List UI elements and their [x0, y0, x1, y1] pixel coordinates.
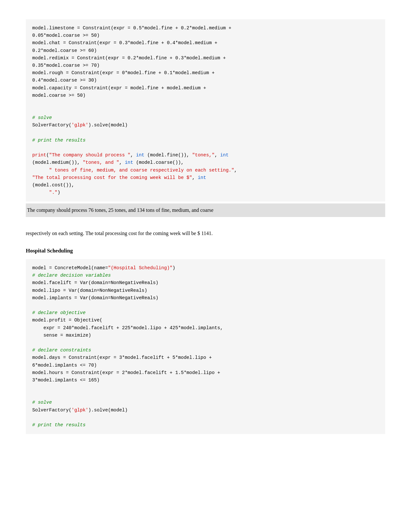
code-line-8: 0.4*model.coarse >= 30) [32, 77, 379, 84]
hosp-comment-vars: # declare decision variables [32, 272, 379, 279]
quarry-output-line2: respectively on each setting. The total … [26, 228, 385, 239]
code-comment-solve: # solve [32, 114, 379, 122]
code-line-10: model.coarse >= 50) [32, 92, 379, 99]
code-line-9: model.capacity = Constraint(expr = model… [32, 84, 379, 92]
code-blank-3 [32, 129, 379, 137]
hospital-code-block: model = ConcreteModel(name="(Hospital Sc… [26, 259, 385, 434]
code-print-1: print("The company should process ", int… [32, 152, 379, 159]
code-blank-1 [32, 99, 379, 107]
hosp-blank-3 [32, 384, 379, 391]
hosp-line-days2: 6*model.implants <= 70) [32, 362, 379, 369]
hosp-line-facelift: model.facelift = Var(domain=NonNegativeR… [32, 279, 379, 287]
code-line-2: 0.05*model.coarse >= 50) [32, 32, 379, 39]
quarry-code-block: model.limestone = Constraint(expr = 0.5*… [26, 19, 385, 202]
hosp-line-1: model = ConcreteModel(name="(Hospital Sc… [32, 264, 379, 272]
code-print-5: (model.cost()), [32, 182, 379, 189]
hosp-line-implants: model.implants = Var(domain=NonNegativeR… [32, 294, 379, 302]
code-blank-4 [32, 144, 379, 152]
code-line-1: model.limestone = Constraint(expr = 0.5*… [32, 25, 379, 32]
hosp-blank-2 [32, 339, 379, 347]
code-line-6: 0.35*model.coarse >= 70) [32, 62, 379, 69]
hosp-comment-solve: # solve [32, 399, 379, 406]
quarry-output-line1: The company should process 76 tones, 25 … [26, 203, 385, 217]
hosp-blank-1 [32, 302, 379, 309]
code-print-2: (model.medium()), "tones, and ", int (mo… [32, 159, 379, 166]
hosp-comment-print: # print the results [32, 421, 379, 429]
code-line-4: 0.2*model.coarse >= 60) [32, 47, 379, 54]
code-blank-2 [32, 107, 379, 114]
hosp-line-hours2: 3*model.implants <= 165) [32, 377, 379, 384]
hosp-blank-4 [32, 391, 379, 399]
hosp-line-obj3: sense = maximize) [32, 332, 379, 339]
code-comment-print: # print the results [32, 137, 379, 144]
hospital-scheduling-heading: Hospital Scheduling [26, 248, 385, 254]
quarry-output-blank [26, 217, 385, 228]
code-print-4: "The total processing cost for the comin… [32, 174, 379, 182]
hosp-solver-call: SolverFactory('glpk').solve(model) [32, 407, 379, 414]
hosp-blank-5 [32, 414, 379, 421]
code-print-6: ".") [32, 189, 379, 196]
code-line-3: model.chat = Constraint(expr = 0.3*model… [32, 39, 379, 47]
code-line-7: model.rough = Constraint(expr = 0*model.… [32, 69, 379, 77]
hosp-line-obj2: expr = 240*model.facelift + 225*model.li… [32, 324, 379, 332]
hosp-line-obj1: model.profit = Objective( [32, 317, 379, 324]
code-line-5: model.redimix = Constraint(expr = 0.2*mo… [32, 54, 379, 62]
hosp-line-hours1: model.hours = Constraint(expr = 2*model.… [32, 369, 379, 377]
hosp-comment-obj: # declare objective [32, 309, 379, 317]
code-solver-call: SolverFactory('glpk').solve(model) [32, 122, 379, 129]
hosp-line-lipo: model.lipo = Var(domain=NonNegativeReals… [32, 287, 379, 294]
hosp-line-days1: model.days = Constraint(expr = 3*model.f… [32, 354, 379, 361]
hosp-comment-con: # declare constraints [32, 347, 379, 354]
code-print-3: " tones of fine, medium, and coarse resp… [32, 167, 379, 174]
main-content: model.limestone = Constraint(expr = 0.5*… [26, 19, 385, 434]
